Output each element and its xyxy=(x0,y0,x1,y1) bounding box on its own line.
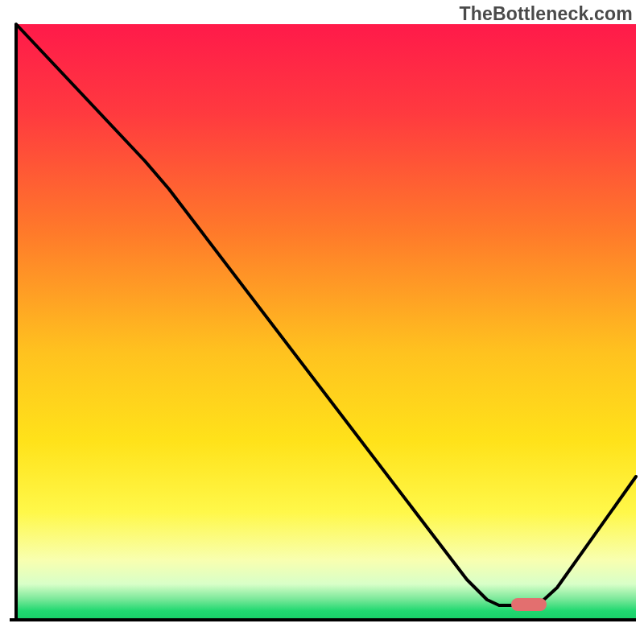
watermark-text: TheBottleneck.com xyxy=(459,3,633,25)
optimal-marker xyxy=(511,598,547,611)
chart-svg xyxy=(0,0,644,644)
bottleneck-chart: TheBottleneck.com xyxy=(0,0,644,644)
plot-background xyxy=(16,24,636,620)
